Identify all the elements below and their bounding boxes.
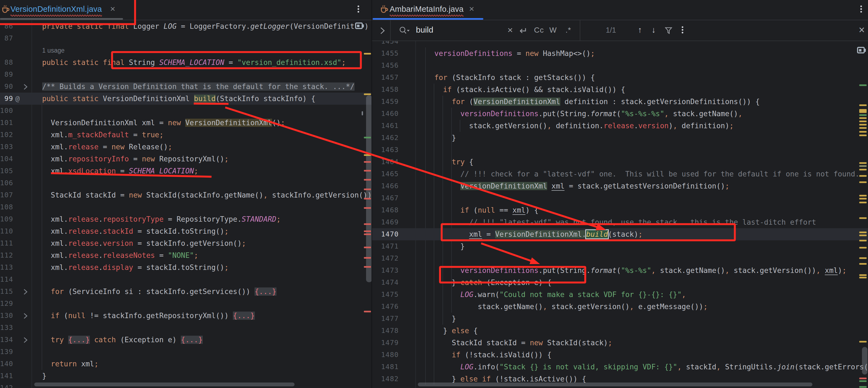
stripe-caret-mark	[362, 111, 363, 115]
code-token: stackInfo.getVersion())	[268, 191, 372, 199]
error-stripe-mark	[859, 114, 867, 116]
line-number: 1463	[372, 144, 399, 156]
code-line: 1455 versionDefinitions = new HashMap<>(…	[372, 48, 868, 59]
code-text: LOG.warn("Could not make a stack VDF for…	[417, 289, 686, 301]
line-number: 1456	[372, 59, 399, 71]
code-token: = RepositoryType.	[163, 215, 242, 223]
fold-chevron-icon[interactable]	[23, 84, 28, 90]
code-text: } catch (Exception e) {	[417, 276, 552, 289]
code-token: ,	[673, 122, 677, 130]
code-token: (VersionDefinit	[289, 22, 354, 30]
right-tab-bar: AmbariMetaInfo.java ×	[372, 0, 868, 20]
line-number: 113	[0, 261, 13, 273]
regex-toggle[interactable]: .*	[565, 26, 571, 34]
code-token	[33, 215, 51, 223]
code-text: if (!stack.isValid()) {	[417, 349, 552, 361]
tab-options-kebab-icon[interactable]	[860, 4, 863, 16]
tab-versiondefinitionxml[interactable]: VersionDefinitionXml.java ×	[0, 0, 123, 20]
code-token: VersionDefinitionXml	[473, 97, 560, 106]
fold-chevron-icon[interactable]	[23, 312, 28, 319]
code-text: VersionDefinitionXml xml = new VersionDe…	[33, 117, 285, 129]
usages-inlay-hint[interactable]: 1 usage	[42, 44, 65, 56]
words-toggle[interactable]: W	[549, 26, 557, 34]
code-token: "Could not make a stack VDF for {}-{}: {…	[499, 291, 682, 299]
clear-search-icon[interactable]: ×	[507, 25, 513, 35]
code-token: .put(String.	[538, 266, 590, 274]
line-number: 1476	[372, 301, 399, 312]
error-stripe-mark	[859, 274, 867, 276]
search-input[interactable]: build	[416, 25, 433, 34]
error-stripe-mark	[859, 175, 867, 177]
code-text: public static final String SCHEMA_LOCATI…	[33, 56, 346, 68]
code-token: null	[478, 206, 499, 214]
filter-icon[interactable]	[665, 27, 672, 34]
line-number: 104	[0, 153, 13, 165]
find-options-kebab-icon[interactable]	[682, 25, 684, 36]
code-line: 110 xml.release.stackId = stackId.toStri…	[0, 225, 372, 237]
code-text: try {...} catch (Exception e) {...}	[33, 334, 203, 346]
horizontal-scrollbar-thumb[interactable]	[34, 383, 294, 386]
code-line: 1459 for (VersionDefinitionXml definitio…	[372, 96, 868, 108]
expand-replace-chevron-icon[interactable]	[380, 27, 385, 34]
code-text: for (VersionDefinitionXml definition : s…	[417, 96, 760, 108]
annotation-gutter-icon[interactable]: @	[16, 93, 20, 105]
code-text: xml = VersionDefinitionXml.build(stack);	[417, 228, 643, 240]
code-token	[417, 49, 434, 58]
code-line: 141 }	[0, 370, 372, 382]
code-line: 139	[0, 346, 372, 358]
fold-chevron-icon[interactable]	[23, 337, 28, 344]
code-token: new	[526, 49, 543, 58]
code-text: LOG.info("Stack {} is not valid, skippin…	[417, 361, 868, 373]
tab-close-icon[interactable]: ×	[110, 3, 115, 14]
match-case-toggle[interactable]: Cc	[534, 26, 544, 34]
error-stripe-mark	[859, 232, 867, 233]
tab-options-kebab-icon[interactable]	[358, 4, 360, 16]
code-text: xml.release.repositoryType = RepositoryT…	[33, 213, 281, 225]
error-stripe-mark	[364, 93, 371, 95]
right-editor: 14541455 versionDefinitions = new HashMa…	[372, 0, 868, 388]
related-problems-inlay-icon[interactable]	[354, 22, 364, 29]
line-number: 140	[0, 358, 13, 370]
code-token: STANDARD	[242, 215, 276, 223]
search-icon[interactable]	[399, 26, 410, 35]
line-number: 1468	[372, 204, 399, 216]
line-number: 142	[0, 382, 13, 388]
code-token: VersionDefinitionXml	[460, 182, 547, 190]
code-token: xml.	[51, 239, 68, 247]
code-token	[417, 218, 469, 226]
fold-chevron-icon[interactable]	[23, 289, 28, 295]
tab-title: VersionDefinitionXml.java	[10, 5, 102, 14]
code-token: "version_definition.xsd"	[237, 58, 341, 67]
code-token: definition : stack.getVersionDefinitions…	[560, 97, 760, 106]
code-line: 115 for (ServiceInfo si : stackInfo.getS…	[0, 286, 372, 298]
code-token: }	[417, 134, 456, 142]
code-line: 130 if (null != stackInfo.getRepositoryX…	[0, 310, 372, 322]
vertical-scrollbar-thumb[interactable]	[862, 347, 867, 375]
tab-close-icon[interactable]: ×	[469, 3, 474, 14]
code-token: xml.	[51, 143, 68, 151]
code-token: }	[33, 372, 46, 380]
error-stripe-mark	[364, 154, 371, 156]
close-find-bar-icon[interactable]: ×	[859, 24, 865, 36]
active-tab-indicator	[373, 18, 483, 20]
line-number: 1482	[372, 373, 399, 385]
code-line: 1469 // !!! "latest-vdf" was not found, …	[372, 216, 868, 228]
code-token: (StackInfo stackInfo) {	[216, 94, 315, 103]
code-token: StringUtils.	[721, 363, 777, 371]
code-line: 133	[0, 322, 372, 334]
tab-ambarimetainfo[interactable]: AmbariMetaInfo.java ×	[373, 0, 483, 20]
horizontal-scrollbar-thumb[interactable]	[418, 383, 812, 386]
line-number: 101	[0, 117, 13, 129]
previous-match-icon[interactable]: ↑	[638, 25, 642, 34]
code-token: }	[417, 242, 465, 250]
code-text: try {	[417, 156, 473, 168]
line-number: 1480	[372, 349, 399, 361]
next-match-icon[interactable]: ↓	[652, 25, 656, 34]
code-token: .warn(	[473, 291, 499, 299]
newline-icon[interactable]	[518, 27, 528, 35]
code-token: (	[617, 266, 621, 274]
line-number: 1472	[372, 252, 399, 264]
code-token: if	[51, 311, 64, 320]
code-token: ,	[543, 302, 547, 311]
editor-preview-inlay-icon[interactable]	[857, 47, 866, 54]
